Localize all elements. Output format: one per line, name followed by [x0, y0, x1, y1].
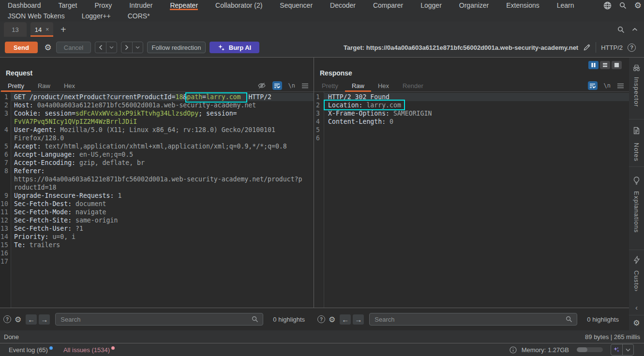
nav-item-learn[interactable]: Learn	[557, 0, 574, 11]
send-button[interactable]: Send	[5, 42, 38, 53]
follow-redirection-button[interactable]: Follow redirection	[147, 42, 206, 53]
search-icon[interactable]	[619, 2, 627, 9]
search-settings-icon[interactable]: ⚙	[329, 315, 335, 324]
sidebar-settings-icon[interactable]: ⚙	[633, 318, 640, 327]
show-newlines-icon[interactable]: \n	[288, 82, 295, 89]
repeater-tab-13[interactable]: 13	[4, 22, 27, 37]
explanations-icon	[633, 177, 640, 185]
sidebar-item-custom[interactable]: Custo› ‹	[629, 250, 644, 315]
tab-search-icon[interactable]	[617, 26, 625, 33]
search-help-icon[interactable]: ?	[3, 315, 11, 323]
status-row: Done 89 bytes | 265 millis	[0, 330, 644, 343]
search-next-icon[interactable]: →	[353, 314, 364, 325]
request-tab-raw[interactable]: Raw	[31, 80, 57, 91]
globe-icon[interactable]	[603, 1, 612, 10]
burp-ai-button[interactable]: Burp AI	[210, 42, 259, 53]
layout-rows-button[interactable]	[600, 61, 610, 69]
toolbar: Send ⚙ Cancel Follow redirection Burp AI…	[0, 38, 644, 57]
response-tab-pretty[interactable]: Pretty	[315, 80, 345, 91]
nav-item-proxy[interactable]: Proxy	[94, 0, 112, 11]
search-magnifier-icon	[252, 316, 258, 323]
nav-item-target[interactable]: Target	[59, 0, 77, 11]
history-forward-dropdown[interactable]	[132, 42, 143, 53]
nav-item-intruder[interactable]: Intruder	[129, 0, 152, 11]
history-forward-button[interactable]	[121, 42, 132, 53]
nav-item-sequencer[interactable]: Sequencer	[280, 0, 313, 11]
add-tab-button[interactable]: +	[59, 22, 68, 37]
editor-menu-icon[interactable]	[301, 83, 309, 89]
wrap-lines-icon[interactable]	[272, 81, 282, 90]
nav-item-collaborator-2[interactable]: Collaborator (2)	[215, 0, 262, 11]
repeater-tab-14[interactable]: 14×	[30, 22, 53, 37]
editor-line: https://0a4a00a603a6121e871bfc56002d001a…	[0, 175, 314, 183]
memory-gauge	[577, 347, 603, 352]
right-sidebar: Inspector Notes Explanations Custo› ‹ ⚙	[629, 58, 644, 330]
settings-icon[interactable]: ⚙	[634, 0, 642, 11]
response-title: Response	[320, 69, 352, 77]
cancel-button[interactable]: Cancel	[56, 42, 91, 53]
nav-item-json-web-tokens[interactable]: JSON Web Tokens	[8, 11, 65, 21]
nav-item-cors[interactable]: CORS*	[128, 11, 150, 21]
search-settings-icon[interactable]: ⚙	[15, 315, 21, 324]
hide-nonprintable-icon[interactable]	[257, 82, 266, 89]
collapse-sidebar-icon[interactable]: ‹	[635, 304, 638, 311]
status-metrics: 89 bytes | 265 millis	[585, 333, 640, 341]
editor-menu-icon[interactable]	[617, 83, 624, 89]
repeater-tab-bar: 1314× +	[0, 21, 644, 38]
search-magnifier-icon	[566, 316, 572, 323]
sidebar-item-inspector[interactable]: Inspector	[629, 58, 644, 119]
editor-line: 9Upgrade-Insecure-Requests: 1	[0, 192, 314, 200]
show-newlines-icon[interactable]: \n	[604, 82, 611, 89]
layout-columns-button[interactable]	[588, 61, 599, 69]
nav-item-decoder[interactable]: Decoder	[330, 0, 356, 11]
event-log-link[interactable]: Event log (65)	[9, 346, 53, 354]
help-icon[interactable]: ?	[628, 44, 636, 52]
protocol-label[interactable]: HTTP/2	[601, 44, 623, 51]
editor-line: 1GET /product/nextProduct?currentProduct…	[0, 93, 314, 101]
chevron-up-icon[interactable]	[632, 28, 638, 31]
nav-item-comparer[interactable]: Comparer	[373, 0, 403, 11]
layout-single-button[interactable]	[612, 61, 622, 69]
search-help-icon[interactable]: ?	[317, 315, 325, 323]
burp-ai-sparkle-icon[interactable]	[611, 344, 622, 355]
response-search-input[interactable]	[374, 316, 562, 323]
response-tab-raw[interactable]: Raw	[345, 80, 371, 91]
nav-item-logger[interactable]: Logger++	[82, 11, 111, 21]
wrap-lines-icon[interactable]	[588, 81, 598, 90]
nav-item-logger[interactable]: Logger	[420, 0, 442, 11]
memory-label: Memory: 1.27GB	[522, 346, 569, 354]
all-issues-link[interactable]: All issues (1534)	[63, 346, 115, 354]
request-tab-hex[interactable]: Hex	[57, 80, 82, 91]
nav-item-extensions[interactable]: Extensions	[506, 0, 539, 11]
edit-target-pencil-icon[interactable]	[583, 44, 591, 51]
request-tab-pretty[interactable]: Pretty	[1, 80, 31, 91]
inspector-icon	[632, 64, 641, 72]
history-back-dropdown[interactable]	[106, 42, 117, 53]
sparkle-icon	[218, 44, 225, 51]
sidebar-item-notes[interactable]: Notes	[629, 119, 644, 167]
response-tab-render[interactable]: Render	[396, 80, 430, 91]
sidebar-item-explanations[interactable]: Explanations	[629, 167, 644, 250]
nav-item-repeater[interactable]: Repeater	[170, 0, 198, 11]
response-tab-hex[interactable]: Hex	[371, 80, 396, 91]
response-highlight-count: 0 highlights	[587, 316, 619, 323]
notes-icon	[633, 127, 640, 134]
history-back-button[interactable]	[95, 42, 106, 53]
burp-ai-split-button	[611, 344, 634, 356]
main-area: Request PrettyRawHex \n 1GET /product/ne…	[0, 57, 644, 330]
search-next-icon[interactable]: →	[39, 314, 50, 325]
close-tab-icon[interactable]: ×	[45, 26, 49, 33]
search-prev-icon[interactable]: ←	[340, 314, 351, 325]
chevron-down-icon[interactable]	[622, 344, 634, 355]
editor-line: FvVA7Pvq5NIcy1QVpIZ2M4WzBrrlJDiI	[0, 118, 314, 126]
nav-item-organizer[interactable]: Organizer	[459, 0, 489, 11]
request-editor[interactable]: 1GET /product/nextProduct?currentProduct…	[0, 92, 314, 308]
editor-line: 4User-Agent: Mozilla/5.0 (X11; Linux x86…	[0, 126, 314, 134]
bottom-bar: Event log (65) All issues (1534) Memory:…	[0, 343, 644, 356]
search-prev-icon[interactable]: ←	[26, 314, 37, 325]
back-button-group	[95, 42, 117, 53]
response-editor[interactable]: 1HTTP/2 302 Found2Location: larry.com3X-…	[314, 92, 629, 308]
request-search-input[interactable]	[60, 316, 248, 323]
nav-item-dashboard[interactable]: Dashboard	[8, 0, 41, 11]
send-settings-gear-icon[interactable]: ⚙	[42, 42, 54, 53]
